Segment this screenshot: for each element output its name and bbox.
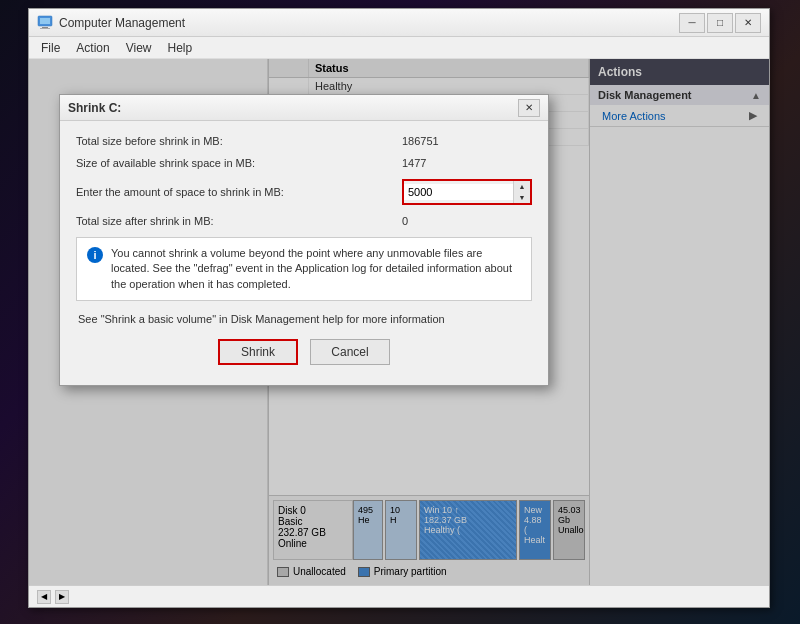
- svg-rect-1: [40, 18, 50, 24]
- label-total-after: Total size after shrink in MB:: [76, 215, 402, 227]
- scroll-left-button[interactable]: ◀: [37, 590, 51, 604]
- dialog-buttons: Shrink Cancel: [76, 339, 532, 371]
- value-total-before: 186751: [402, 135, 532, 147]
- menu-action[interactable]: Action: [68, 39, 117, 57]
- spinner-down-button[interactable]: ▼: [514, 192, 530, 203]
- spinner-controls: ▲ ▼: [513, 181, 530, 203]
- close-button[interactable]: ✕: [735, 13, 761, 33]
- content-area: Status Healthy Healthy Healthy Healthy: [29, 59, 769, 585]
- status-bar: ◀ ▶: [29, 585, 769, 607]
- computer-management-window: Computer Management ─ □ ✕ File Action Vi…: [28, 8, 770, 608]
- window-icon: [37, 15, 53, 31]
- dialog-close-button[interactable]: ✕: [518, 99, 540, 117]
- value-total-after: 0: [402, 215, 532, 227]
- form-row-amount: Enter the amount of space to shrink in M…: [76, 179, 532, 205]
- window-controls: ─ □ ✕: [679, 13, 761, 33]
- menu-help[interactable]: Help: [160, 39, 201, 57]
- form-row-available: Size of available shrink space in MB: 14…: [76, 157, 532, 169]
- title-bar: Computer Management ─ □ ✕: [29, 9, 769, 37]
- form-row-total-before: Total size before shrink in MB: 186751: [76, 135, 532, 147]
- info-icon: i: [87, 247, 103, 263]
- menu-file[interactable]: File: [33, 39, 68, 57]
- label-available: Size of available shrink space in MB:: [76, 157, 402, 169]
- svg-rect-3: [40, 28, 50, 29]
- shrink-amount-input[interactable]: [404, 184, 513, 200]
- scroll-controls: ◀ ▶: [37, 590, 69, 604]
- info-text: You cannot shrink a volume beyond the po…: [111, 246, 521, 292]
- menu-bar: File Action View Help: [29, 37, 769, 59]
- spinner-up-button[interactable]: ▲: [514, 181, 530, 192]
- shrink-amount-input-wrapper: ▲ ▼: [402, 179, 532, 205]
- form-row-total-after: Total size after shrink in MB: 0: [76, 215, 532, 227]
- window-title: Computer Management: [59, 16, 679, 30]
- scroll-right-button[interactable]: ▶: [55, 590, 69, 604]
- help-link: See "Shrink a basic volume" in Disk Mana…: [76, 313, 532, 325]
- dialog-body: Total size before shrink in MB: 186751 S…: [60, 121, 548, 385]
- cancel-button[interactable]: Cancel: [310, 339, 390, 365]
- shrink-dialog: Shrink C: ✕ Total size before shrink in …: [59, 94, 549, 386]
- maximize-button[interactable]: □: [707, 13, 733, 33]
- shrink-button[interactable]: Shrink: [218, 339, 298, 365]
- label-total-before: Total size before shrink in MB:: [76, 135, 402, 147]
- label-amount: Enter the amount of space to shrink in M…: [76, 186, 402, 198]
- menu-view[interactable]: View: [118, 39, 160, 57]
- info-box: i You cannot shrink a volume beyond the …: [76, 237, 532, 301]
- dialog-overlay: Shrink C: ✕ Total size before shrink in …: [29, 59, 769, 585]
- minimize-button[interactable]: ─: [679, 13, 705, 33]
- dialog-title-text: Shrink C:: [68, 101, 518, 115]
- dialog-title-bar: Shrink C: ✕: [60, 95, 548, 121]
- value-available: 1477: [402, 157, 532, 169]
